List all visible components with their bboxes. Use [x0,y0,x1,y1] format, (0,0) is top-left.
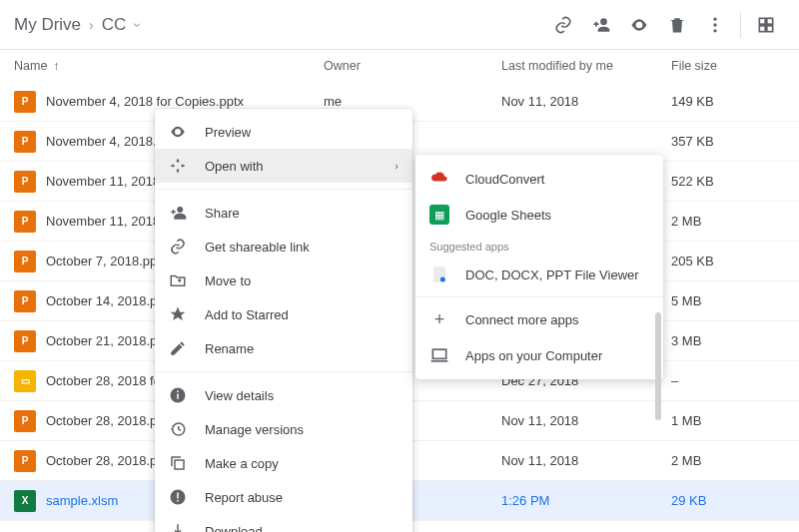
file-modified: Nov 11, 2018 [501,453,671,468]
svg-rect-13 [175,460,184,469]
file-type-icon: X [14,490,36,512]
file-type-icon: ▭ [14,370,36,392]
grid-view-icon[interactable] [747,6,785,44]
menu-open-with[interactable]: Open with› [155,149,412,183]
file-size: 357 KB [671,134,785,149]
svg-rect-11 [177,391,179,393]
svg-point-18 [440,277,445,282]
file-modified: 1:26 PM [501,493,671,508]
svg-rect-6 [759,25,765,31]
breadcrumb-current[interactable]: CC [102,15,127,35]
link-icon[interactable] [544,6,582,44]
file-size: 2 MB [671,214,785,229]
divider [740,12,741,38]
open-with-submenu: CloudConvert ▦Google Sheets Suggested ap… [415,155,663,379]
sort-asc-icon: ↑ [53,59,59,73]
menu-star[interactable]: Add to Starred [155,297,412,331]
menu-versions[interactable]: Manage versions [155,412,412,446]
doc-icon [429,265,449,284]
file-owner: me [324,94,501,109]
menu-move[interactable]: Move to [155,264,412,297]
file-type-icon: P [14,450,36,472]
menu-details[interactable]: View details [155,378,412,412]
file-size: 5 MB [671,293,785,308]
info-icon [169,386,187,404]
context-menu: Preview Open with› Share Get shareable l… [155,109,412,532]
file-size: 149 KB [671,94,785,109]
svg-rect-16 [177,500,179,502]
toolbar: My Drive › CC › [0,0,799,50]
file-type-icon: P [14,91,36,113]
menu-rename[interactable]: Rename [155,331,412,365]
eye-icon [169,123,187,141]
col-name[interactable]: Name↑ [14,59,324,73]
file-modified: Nov 11, 2018 [501,94,671,109]
col-modified[interactable]: Last modified by me [501,59,671,73]
trash-icon[interactable] [658,6,696,44]
file-size: 3 MB [671,333,785,348]
chevron-right-icon: › [89,17,94,33]
file-size: 205 KB [671,254,785,268]
menu-download[interactable]: Download [155,514,412,532]
pencil-icon [169,339,187,357]
more-icon[interactable] [696,6,734,44]
folder-icon [169,271,187,289]
breadcrumb-root[interactable]: My Drive [14,15,81,35]
file-type-icon: P [14,171,36,193]
file-size: – [671,373,785,388]
col-size[interactable]: File size [671,59,785,73]
breadcrumb: My Drive › CC › [14,15,139,35]
submenu-connect[interactable]: +Connect more apps [415,301,663,337]
file-type-icon: P [14,410,36,432]
file-modified: Nov 11, 2018 [501,413,671,428]
cloudconvert-icon [429,169,449,189]
history-icon [169,420,187,438]
file-type-icon: P [14,211,36,233]
svg-rect-4 [759,18,765,24]
svg-rect-5 [767,18,773,24]
add-user-icon [169,204,187,222]
eye-icon[interactable] [620,6,658,44]
svg-point-1 [713,17,716,20]
col-owner[interactable]: Owner [324,59,501,73]
file-size: 522 KB [671,174,785,189]
laptop-icon [429,345,449,365]
menu-share[interactable]: Share [155,196,412,230]
link-icon [169,238,187,256]
file-name: November 4, 2018 for Copies.pptx [46,94,324,109]
download-icon [169,522,187,532]
svg-rect-15 [177,493,179,499]
menu-copy[interactable]: Make a copy [155,446,412,480]
sheets-icon: ▦ [429,205,449,225]
svg-point-8 [177,207,183,213]
file-size: 1 MB [671,413,785,428]
file-type-icon: P [14,251,36,272]
submenu-suggested-header: Suggested apps [415,233,663,257]
submenu-cloudconvert[interactable]: CloudConvert [415,161,663,197]
file-type-icon: P [14,330,36,352]
svg-rect-10 [177,394,179,399]
svg-point-3 [713,29,716,32]
menu-abuse[interactable]: Report abuse [155,480,412,514]
plus-icon: + [429,309,449,329]
copy-icon [169,454,187,472]
menu-link[interactable]: Get shareable link [155,230,412,264]
svg-rect-19 [432,349,445,358]
open-with-icon [169,157,187,175]
submenu-sheets[interactable]: ▦Google Sheets [415,197,663,233]
file-size: 29 KB [671,493,785,508]
svg-point-2 [713,23,716,26]
warning-icon [169,488,187,506]
table-header: Name↑ Owner Last modified by me File siz… [0,50,799,82]
submenu-docviewer[interactable]: DOC, DOCX, PPT File Viewer [415,257,663,292]
file-size: 2 MB [671,453,785,468]
submenu-computer[interactable]: Apps on your Computer [415,337,663,373]
scrollbar[interactable] [655,312,661,420]
svg-point-0 [600,18,607,25]
chevron-down-icon[interactable]: › [131,22,147,27]
menu-preview[interactable]: Preview [155,115,412,149]
chevron-right-icon: › [395,160,399,172]
add-user-icon[interactable] [582,6,620,44]
star-icon [169,305,187,323]
file-type-icon: P [14,131,36,153]
